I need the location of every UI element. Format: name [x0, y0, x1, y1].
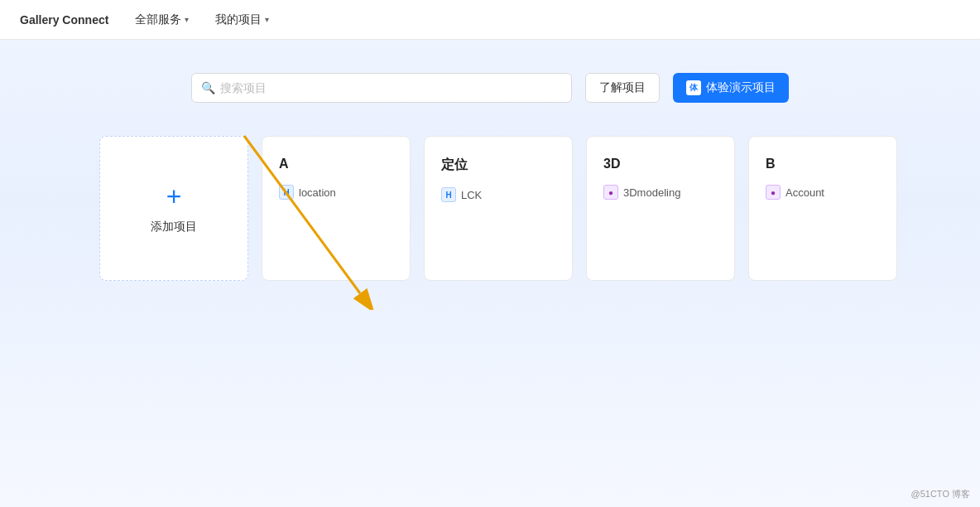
nav-my-projects[interactable]: 我的项目 ▾: [215, 12, 269, 27]
item-icon-h2: H: [441, 187, 456, 202]
learn-projects-button[interactable]: 了解项目: [585, 73, 660, 103]
navbar: Gallery Connect 全部服务 ▾ 我的项目 ▾: [0, 0, 980, 40]
item-text-location: location: [299, 186, 336, 199]
project-card-3d[interactable]: 3D ● 3Dmodeling: [586, 136, 735, 281]
card-item-lck: H LCK: [441, 187, 555, 202]
item-text-account: Account: [785, 186, 824, 199]
search-icon: 🔍: [201, 81, 215, 94]
nav-all-services[interactable]: 全部服务 ▾: [135, 12, 189, 27]
cards-area: + 添加项目 A H location 定位 H LCK: [0, 136, 980, 281]
main-content: 🔍 了解项目 体 体验演示项目 + 添加项目 A H location: [0, 40, 980, 281]
item-icon-h: H: [279, 185, 294, 200]
card-title-a: A: [279, 157, 393, 171]
chevron-down-icon: ▾: [265, 15, 269, 24]
project-card-b[interactable]: B ● Account: [748, 136, 897, 281]
add-label: 添加项目: [151, 220, 197, 234]
search-input[interactable]: [191, 73, 572, 103]
project-card-a[interactable]: A H location: [262, 136, 411, 281]
card-item-location: H location: [279, 185, 393, 200]
project-card-location[interactable]: 定位 H LCK: [424, 136, 573, 281]
item-text-lck: LCK: [461, 189, 482, 201]
all-services-label: 全部服务: [135, 12, 181, 27]
card-title-location: 定位: [441, 157, 555, 174]
add-project-card[interactable]: + 添加项目: [99, 136, 248, 281]
search-wrapper: 🔍: [191, 73, 572, 103]
item-icon-circle2: ●: [766, 185, 781, 200]
card-title-b: B: [766, 157, 880, 171]
demo-icon: 体: [686, 80, 701, 95]
footer-watermark: @51CTO 博客: [911, 488, 970, 500]
demo-label: 体验演示项目: [706, 80, 776, 95]
card-title-3d: 3D: [603, 157, 718, 171]
card-item-account: ● Account: [766, 185, 880, 200]
demo-projects-button[interactable]: 体 体验演示项目: [673, 73, 789, 103]
plus-icon: +: [166, 183, 182, 210]
item-icon-circle1: ●: [603, 185, 618, 200]
annotation-container: + 添加项目 A H location 定位 H LCK: [0, 136, 980, 281]
my-projects-label: 我的项目: [215, 12, 262, 27]
item-text-3dmodeling: 3Dmodeling: [623, 186, 680, 199]
brand-logo: Gallery Connect: [20, 13, 108, 27]
card-item-3dmodeling: ● 3Dmodeling: [603, 185, 718, 200]
search-area: 🔍 了解项目 体 体验演示项目: [191, 73, 789, 103]
chevron-down-icon: ▾: [185, 15, 189, 24]
